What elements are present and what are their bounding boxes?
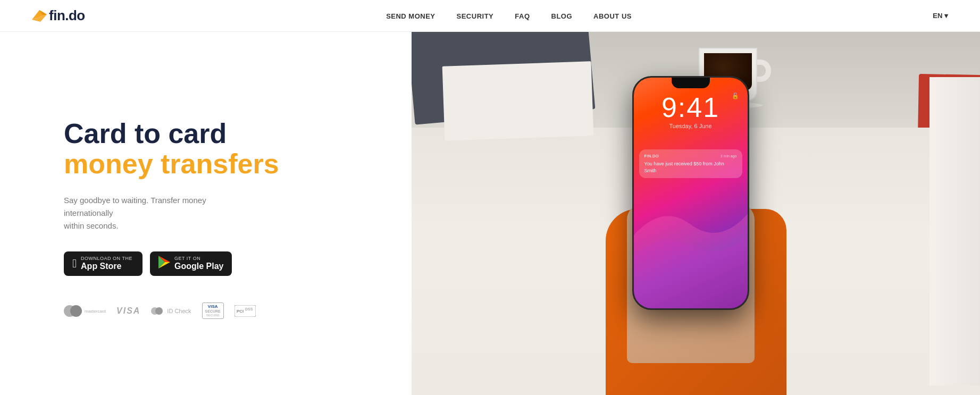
phone-notification: fin.do 3 min ago You have just received … (639, 149, 742, 178)
nav-link-faq[interactable]: FAQ (515, 12, 530, 20)
hero-subtext: Say goodbye to waiting. Transfer money i… (64, 194, 255, 232)
phone-time-display: 9:41 Tuesday, 6 June (661, 94, 719, 129)
mastercard-label: mastercard (85, 309, 106, 314)
nav-item-blog[interactable]: BLOG (551, 11, 573, 21)
hand-phone-container: 🔓 9:41 Tuesday, 6 June fin.do 3 min ago (606, 65, 786, 395)
phone-date: Tuesday, 6 June (661, 123, 719, 129)
language-selector[interactable]: EN ▾ (933, 12, 948, 20)
visa-secure-bottom: SECURE (205, 309, 221, 314)
pci-dss-badge: PCI DSS (234, 305, 256, 317)
phone-time: 9:41 (661, 94, 719, 121)
appstore-label-big: App Store (81, 261, 132, 271)
hero-background-photo: 🔓 9:41 Tuesday, 6 June fin.do 3 min ago (412, 32, 980, 395)
nav-link-security[interactable]: SECURITY (457, 12, 494, 20)
app-buttons:  Download on the App Store (64, 251, 380, 276)
phone-wave-decoration (634, 193, 748, 308)
googleplay-label-big: Google Play (174, 261, 223, 271)
headline-line1: Card to card (64, 119, 380, 149)
visa-secure-top: VISA (205, 304, 221, 309)
hero-subtext-line2: within seconds. (64, 221, 119, 230)
google-play-icon (158, 256, 170, 272)
hero-left: Card to card money transfers Say goodbye… (0, 32, 412, 395)
nav-link-blog[interactable]: BLOG (551, 12, 573, 20)
appstore-button[interactable]:  Download on the App Store (64, 251, 143, 276)
navbar: fin.do SEND MONEY SECURITY FAQ BLOG ABOU… (0, 0, 980, 32)
logo-icon (32, 10, 47, 22)
nav-link-about-us[interactable]: ABOUT US (593, 12, 632, 20)
trust-badges: mastercard VISA ID Check VISA SECURE SE (64, 302, 380, 319)
nav-item-send-money[interactable]: SEND MONEY (386, 11, 435, 21)
nav-links: SEND MONEY SECURITY FAQ BLOG ABOUT US (386, 11, 632, 21)
idcheck-label: ID Check (167, 308, 191, 314)
visa-label: VISA (116, 306, 140, 316)
logo[interactable]: fin.do (32, 7, 85, 24)
visa-secure-badge: VISA SECURE SECURE (202, 302, 224, 319)
headline-line2: money transfers (64, 149, 380, 179)
paper-notebook (442, 61, 594, 141)
phone-notch (672, 78, 710, 88)
nav-item-security[interactable]: SECURITY (457, 11, 494, 21)
mastercard-badge: mastercard (64, 305, 106, 317)
apple-icon:  (72, 257, 77, 271)
appstore-label-small: Download on the (81, 256, 132, 261)
mastercard-icon (64, 305, 82, 317)
nav-item-about-us[interactable]: ABOUT US (593, 11, 632, 21)
pci-icon: PCI DSS (234, 305, 256, 317)
logo-text: fin.do (49, 7, 85, 24)
idcheck-badge: ID Check (151, 307, 191, 315)
svg-text:PCI: PCI (237, 309, 244, 314)
svg-text:DSS: DSS (245, 307, 253, 311)
nav-link-send-money[interactable]: SEND MONEY (386, 12, 435, 20)
phone-lock-icon: 🔓 (732, 93, 739, 99)
book-pages (929, 77, 980, 385)
nav-item-faq[interactable]: FAQ (515, 11, 530, 21)
hero-right: 🔓 9:41 Tuesday, 6 June fin.do 3 min ago (412, 32, 980, 395)
googleplay-button[interactable]: GET IT ON Google Play (150, 251, 232, 276)
notif-message: You have just received $50 from John Smi… (644, 161, 737, 174)
notif-time-ago: 3 min ago (721, 154, 737, 158)
phone-mockup: 🔓 9:41 Tuesday, 6 June fin.do 3 min ago (632, 76, 749, 310)
hero-subtext-line1: Say goodbye to waiting. Transfer money i… (64, 196, 206, 217)
googleplay-label-small: GET IT ON (174, 256, 223, 261)
hero-section: Card to card money transfers Say goodbye… (0, 32, 980, 395)
visa-badge: VISA (116, 306, 140, 316)
notif-app-name: fin.do (644, 154, 659, 158)
